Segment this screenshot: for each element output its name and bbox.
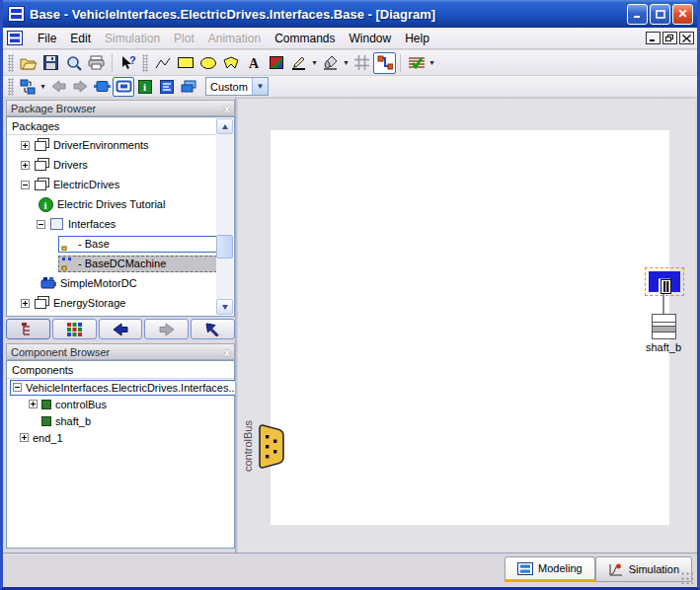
view-mode-select[interactable]: Custom ▼ (205, 77, 269, 96)
menu-edit[interactable]: Edit (63, 29, 98, 48)
diagram-window-icon (7, 31, 23, 45)
window-layout-icon (181, 80, 196, 93)
package-icon (34, 158, 49, 172)
toolbar-grip[interactable] (142, 54, 148, 72)
expand-icon[interactable] (21, 141, 30, 150)
component-controlbus[interactable] (259, 424, 286, 471)
diagram-area[interactable]: shaft_b controlBus (238, 98, 695, 553)
grid-button[interactable] (350, 52, 373, 74)
menu-bar: File Edit Simulation Plot Animation Comm… (3, 28, 697, 49)
menu-help[interactable]: Help (398, 29, 436, 48)
scrollbar-thumb[interactable] (216, 235, 233, 258)
tab-simulation[interactable]: Simulation (595, 556, 692, 582)
tree-item-controlbus[interactable]: controlBus (7, 396, 234, 412)
chevron-down-icon[interactable]: ▼ (252, 78, 268, 95)
package-browser-close-icon[interactable]: x (224, 103, 230, 114)
print-button[interactable] (85, 52, 108, 74)
tree-item-interfaces[interactable]: Interfaces (7, 214, 234, 234)
collapse-icon[interactable] (21, 181, 30, 189)
expand-icon[interactable] (29, 400, 38, 408)
tree-item-end-1[interactable]: end_1 (7, 429, 234, 446)
connect-mode-button[interactable] (373, 52, 396, 74)
component-browser-close-icon[interactable]: x (224, 346, 230, 358)
class-hierarchy-dropdown[interactable]: ▾ (39, 77, 47, 97)
ellipse-tool-button[interactable] (196, 52, 219, 74)
tree-view-button[interactable] (6, 319, 50, 339)
package-browser-scrollbar[interactable] (216, 118, 233, 315)
menu-commands[interactable]: Commands (268, 29, 342, 48)
check-model-button[interactable] (405, 52, 428, 74)
icon-view-button[interactable] (91, 77, 113, 97)
tree-item-drivers[interactable]: Drivers (7, 155, 234, 175)
scroll-up-icon[interactable] (216, 118, 233, 134)
packages-column-header[interactable]: Packages (7, 117, 217, 135)
open-button[interactable] (17, 52, 39, 74)
tree-item-electric-drives-tutorial[interactable]: i Electric Drives Tutorial (7, 194, 234, 214)
resize-grip[interactable] (680, 571, 693, 584)
diagram-view-button[interactable] (113, 77, 134, 97)
tree-item-shaft-b[interactable]: shaft_b (7, 412, 234, 429)
close-button[interactable]: ✕ (672, 4, 693, 25)
navigate-up-button[interactable] (191, 319, 235, 339)
class-hierarchy-icon (20, 79, 36, 95)
application-window: Base - VehicleInterfaces.ElectricDrives.… (0, 0, 700, 590)
scroll-down-icon[interactable] (216, 299, 233, 315)
mdi-restore-button[interactable] (662, 32, 677, 44)
class-hierarchy-button[interactable] (17, 77, 39, 97)
component-browser-title: Component Browser (11, 346, 110, 358)
window-layout-button[interactable] (178, 77, 199, 97)
package-browser-header[interactable]: Package Browser x (6, 100, 235, 116)
tree-item-driverenvironments[interactable]: DriverEnvironments (7, 135, 234, 155)
title-bar[interactable]: Base - VehicleInterfaces.ElectricDrives.… (3, 0, 697, 28)
collapse-icon[interactable] (37, 220, 45, 229)
text-view-button[interactable] (156, 77, 178, 97)
menu-window[interactable]: Window (342, 29, 398, 48)
fill-color-button[interactable] (319, 52, 342, 74)
component-browser-header[interactable]: Component Browser x (6, 343, 235, 360)
toolbar-grip[interactable] (8, 54, 14, 72)
save-button[interactable] (39, 52, 62, 74)
tree-item-simplemotordc[interactable]: SimpleMotorDC (7, 273, 234, 293)
history-forward-icon (159, 323, 175, 336)
browser-button-row (6, 319, 235, 339)
toolbar-grip[interactable] (8, 78, 14, 96)
components-column-header[interactable]: Components (7, 361, 234, 379)
tree-view-icon (21, 323, 35, 336)
component-end-1[interactable] (645, 267, 684, 296)
pen-color-dropdown[interactable]: ▾ (310, 53, 319, 73)
fill-color-dropdown[interactable]: ▾ (342, 53, 350, 73)
expand-icon[interactable] (21, 299, 30, 308)
polygon-tool-button[interactable] (219, 52, 242, 74)
tree-item-electricdrives[interactable]: ElectricDrives (7, 175, 234, 194)
pen-color-button[interactable] (287, 52, 310, 74)
check-model-dropdown[interactable]: ▾ (428, 53, 436, 73)
tree-item-basedcmachine[interactable]: - BaseDCMachine (7, 254, 234, 273)
maximize-button[interactable] (650, 4, 670, 25)
connection-line[interactable] (662, 294, 664, 315)
tree-item-root-class[interactable]: VehicleInterfaces.ElectricDrives.Interfa… (7, 379, 234, 396)
minimize-button[interactable] (627, 4, 648, 25)
rectangle-tool-button[interactable] (174, 52, 196, 74)
modeling-icon (517, 562, 533, 575)
zoom-button[interactable] (62, 52, 85, 74)
component-shaft-b[interactable] (652, 314, 676, 341)
text-tool-button[interactable]: A (242, 52, 265, 74)
line-tool-button[interactable] (151, 52, 174, 74)
tree-item-base[interactable]: - Base (7, 234, 234, 254)
mdi-minimize-button[interactable] (646, 32, 661, 44)
icon-grid-view-button[interactable] (52, 319, 97, 339)
diagram-view-icon (116, 80, 132, 93)
menu-file[interactable]: File (31, 29, 63, 48)
diagram-canvas[interactable] (271, 130, 669, 525)
collapse-icon[interactable] (13, 383, 22, 392)
context-help-button[interactable]: ? (117, 52, 139, 74)
toolbar-separator (112, 54, 113, 72)
expand-icon[interactable] (20, 433, 29, 442)
expand-icon[interactable] (21, 161, 30, 170)
tab-modeling[interactable]: Modeling (505, 556, 595, 582)
tree-item-energystorage[interactable]: EnergyStorage (7, 293, 234, 313)
mdi-close-button[interactable] (679, 32, 694, 44)
bitmap-tool-button[interactable] (265, 52, 287, 74)
documentation-view-button[interactable]: i (134, 77, 156, 97)
history-back-button[interactable] (99, 319, 143, 339)
